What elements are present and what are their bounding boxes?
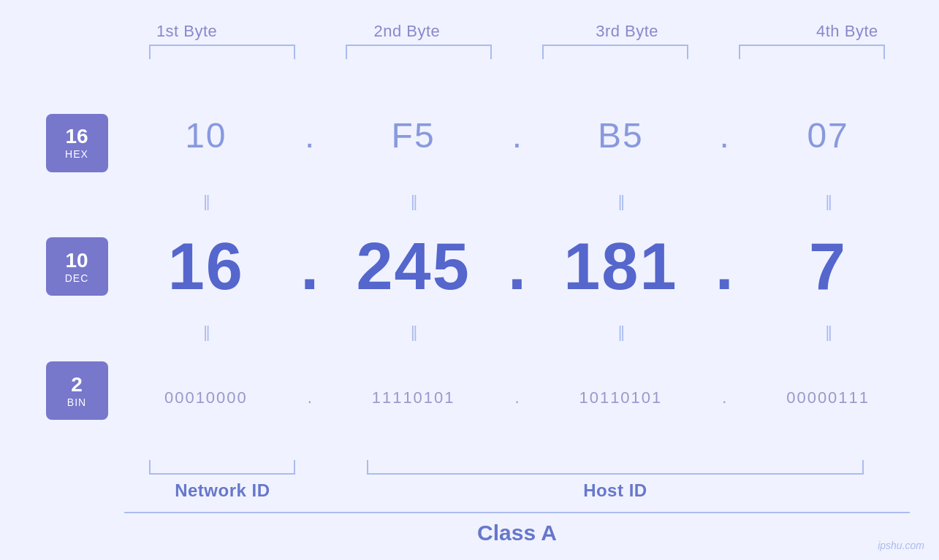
hex-badge-label: HEX — [65, 148, 88, 160]
dec-badge-label: DEC — [65, 272, 89, 284]
class-label-row: Class A — [124, 521, 910, 545]
eq1-sign-1: || — [203, 192, 208, 211]
values-area: 10 . F5 . B5 . 07 — [124, 81, 910, 453]
bin-b2-value: 11110101 — [372, 388, 455, 407]
class-a-label: Class A — [477, 521, 557, 545]
bin-row: 00010000 . 11110101 . 10110101 . — [124, 343, 910, 453]
dec-b4-cell: 7 — [746, 229, 910, 304]
host-bracket-wrap — [321, 460, 910, 475]
main-container: 1st Byte 2nd Byte 3rd Byte 4th Byte 16 H… — [0, 0, 939, 560]
dec-dot-1: . — [288, 229, 332, 304]
byte3-header: 3rd Byte — [517, 22, 737, 41]
network-label-cell: Network ID — [124, 480, 321, 501]
dec-b4-value: 7 — [809, 229, 847, 304]
content-area: 16 HEX 10 DEC 2 BIN 10 . — [29, 81, 910, 453]
bin-badge-num: 2 — [71, 374, 83, 396]
bin-dot-1: . — [288, 388, 332, 407]
hex-dot-3: . — [702, 115, 746, 156]
bin-badge: 2 BIN — [46, 361, 108, 420]
eq1-b2: || — [332, 192, 495, 211]
bin-dot-2: . — [495, 388, 539, 407]
dec-badge-num: 10 — [65, 250, 88, 272]
eq2-b4: || — [746, 323, 910, 342]
host-label-cell: Host ID — [321, 480, 910, 501]
eq1-sign-3: || — [618, 192, 623, 211]
hex-b4-value: 07 — [807, 115, 848, 156]
eq2-b2: || — [332, 323, 495, 342]
bracket-top-4 — [739, 45, 885, 59]
hex-b4-cell: 07 — [746, 115, 910, 156]
labels-row: Network ID Host ID — [124, 480, 910, 501]
class-section: Class A — [124, 512, 910, 545]
bracket-bottom-network — [149, 460, 295, 475]
bin-b4-cell: 00000111 — [746, 388, 910, 407]
bracket-cell-2 — [321, 45, 517, 59]
hex-b1-cell: 10 — [124, 115, 288, 156]
host-id-label: Host ID — [583, 480, 647, 501]
bracket-top-1 — [149, 45, 295, 59]
network-bracket-wrap — [124, 460, 321, 475]
hex-dot-1: . — [288, 115, 332, 156]
watermark: ipshu.com — [878, 540, 924, 551]
byte-headers-row: 1st Byte 2nd Byte 3rd Byte 4th Byte — [77, 22, 939, 41]
eq1-b4: || — [746, 192, 910, 211]
bin-badge-label: BIN — [67, 396, 86, 408]
eq2-sign-3: || — [618, 323, 623, 342]
bottom-section: Network ID Host ID Class A — [29, 460, 910, 545]
dec-b2-value: 245 — [357, 229, 471, 304]
bracket-cell-1 — [124, 45, 321, 59]
hex-b2-value: F5 — [392, 115, 436, 156]
eq2-sign-4: || — [825, 323, 830, 342]
byte4-header: 4th Byte — [737, 22, 939, 41]
top-brackets-row — [124, 45, 910, 59]
dec-b3-value: 181 — [563, 229, 677, 304]
dec-b3-cell: 181 — [539, 229, 703, 304]
byte2-header: 2nd Byte — [297, 22, 517, 41]
class-bracket-line — [124, 512, 910, 513]
equals-row-1: || || || || — [124, 191, 910, 212]
network-id-label: Network ID — [175, 480, 270, 501]
eq1-sign-4: || — [825, 192, 830, 211]
bin-b1-value: 00010000 — [164, 388, 248, 407]
bin-b3-value: 10110101 — [579, 388, 662, 407]
bin-b2-cell: 11110101 — [332, 388, 495, 407]
hex-dot-2: . — [495, 115, 539, 156]
bin-dot-3: . — [702, 388, 746, 407]
bracket-cell-3 — [517, 45, 714, 59]
hex-badge: 16 HEX — [46, 114, 108, 172]
bottom-brackets-row — [124, 460, 910, 475]
hex-b3-value: B5 — [598, 115, 644, 156]
eq1-b1: || — [124, 192, 288, 211]
bracket-cell-4 — [713, 45, 910, 59]
dec-dot-3: . — [702, 229, 746, 304]
hex-badge-num: 16 — [65, 126, 88, 148]
eq2-sign-1: || — [203, 323, 208, 342]
bin-b1-cell: 00010000 — [124, 388, 288, 407]
badges-column: 16 HEX 10 DEC 2 BIN — [29, 81, 124, 453]
dec-b2-cell: 245 — [332, 229, 495, 304]
hex-b1-value: 10 — [185, 115, 227, 156]
byte1-header: 1st Byte — [77, 22, 297, 41]
equals-row-2: || || || || — [124, 321, 910, 343]
dec-dot-2: . — [495, 229, 539, 304]
hex-b2-cell: F5 — [332, 115, 495, 156]
hex-b3-cell: B5 — [539, 115, 703, 156]
bin-b3-cell: 10110101 — [539, 388, 703, 407]
dec-badge: 10 DEC — [46, 237, 108, 296]
dec-b1-cell: 16 — [124, 229, 288, 304]
bracket-top-3 — [542, 45, 688, 59]
bin-b4-value: 00000111 — [786, 388, 870, 407]
eq1-sign-2: || — [411, 192, 416, 211]
eq2-b3: || — [539, 323, 703, 342]
eq1-b3: || — [539, 192, 703, 211]
dec-row: 16 . 245 . 181 . 7 — [124, 212, 910, 322]
hex-row: 10 . F5 . B5 . 07 — [124, 81, 910, 191]
bracket-top-2 — [346, 45, 492, 59]
bracket-bottom-host — [367, 460, 864, 475]
dec-b1-value: 16 — [168, 229, 244, 304]
eq2-sign-2: || — [411, 323, 416, 342]
eq2-b1: || — [124, 323, 288, 342]
